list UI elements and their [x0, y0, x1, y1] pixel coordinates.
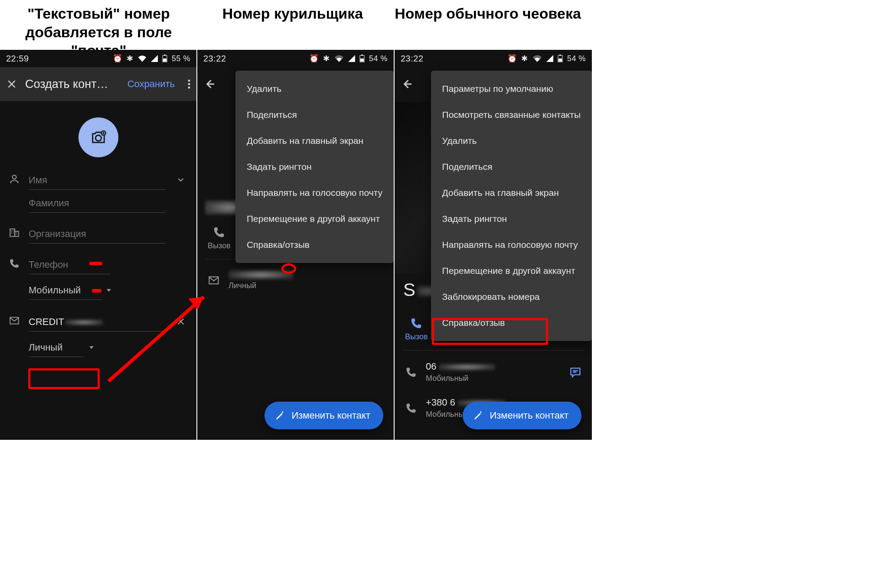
chevron-down-icon[interactable] — [173, 175, 189, 190]
bluetooth-icon: ✱ — [323, 54, 330, 63]
dropdown-arrow-icon — [88, 344, 95, 351]
screenshot-create-contact: 22:59 ⏰ ✱ 55 % Создать конт… Сохранить — [0, 50, 197, 440]
name-field[interactable] — [29, 170, 165, 190]
email-value-redacted — [229, 270, 294, 279]
menu-delete[interactable]: Удалить — [235, 76, 394, 102]
clear-icon[interactable] — [173, 317, 189, 331]
battery-percent: 54 % — [567, 54, 586, 63]
edit-contact-fab[interactable]: Изменить контакт — [463, 402, 581, 429]
status-bar: 22:59 ⏰ ✱ 55 % — [0, 50, 196, 67]
email-field[interactable]: CREDIT — [29, 312, 165, 331]
menu-help[interactable]: Справка/отзыв — [235, 232, 394, 258]
status-time: 22:59 — [6, 54, 29, 64]
building-icon — [8, 227, 21, 244]
email-type: Личный — [229, 281, 294, 290]
phone-icon — [405, 366, 417, 378]
status-bar: 23:22 ⏰ ✱ 54 % — [395, 50, 592, 67]
overflow-menu: Удалить Поделиться Добавить на главный э… — [235, 71, 394, 263]
bluetooth-icon: ✱ — [521, 54, 528, 63]
phone-type: Мобильный — [426, 374, 561, 383]
email-row[interactable]: Личный — [205, 263, 386, 297]
menu-help[interactable]: Справка/отзыв — [431, 310, 592, 336]
app-bar: Создать конт… Сохранить — [0, 67, 196, 101]
mail-icon — [208, 274, 220, 286]
edit-contact-fab[interactable]: Изменить контакт — [264, 402, 383, 429]
battery-icon — [359, 55, 365, 62]
menu-share[interactable]: Поделиться — [235, 102, 394, 128]
menu-add-home[interactable]: Добавить на главный экран — [431, 180, 592, 206]
wifi-icon — [138, 55, 147, 62]
phone-icon — [405, 402, 417, 414]
menu-defaults[interactable]: Параметры по умолчанию — [431, 76, 592, 102]
dropdown-arrow-icon — [106, 287, 112, 293]
back-icon[interactable] — [203, 78, 216, 91]
call-action[interactable]: Вызов — [208, 226, 231, 250]
app-title: Создать конт… — [25, 78, 120, 91]
svg-point-5 — [188, 87, 190, 89]
surname-field[interactable] — [29, 193, 165, 213]
battery-percent: 55 % — [172, 54, 190, 63]
menu-move-account[interactable]: Перемещение в другой аккаунт — [431, 258, 592, 284]
svg-point-4 — [188, 83, 190, 85]
screenshot-normal-contact: 23:22 ⏰ ✱ 54 % S Вызов — [395, 50, 592, 440]
status-bar: 23:22 ⏰ ✱ 54 % — [197, 50, 394, 67]
email-type-dropdown[interactable]: Личный — [0, 335, 196, 361]
menu-add-home[interactable]: Добавить на главный экран — [235, 128, 394, 154]
status-time: 23:22 — [203, 54, 226, 64]
svg-rect-1 — [164, 55, 166, 55]
org-field[interactable] — [29, 224, 165, 244]
overflow-icon[interactable] — [188, 79, 190, 89]
svg-rect-18 — [558, 58, 562, 62]
alarm-icon: ⏰ — [309, 54, 319, 63]
svg-point-6 — [95, 135, 101, 141]
phone-row-1[interactable]: 06 Мобильный — [402, 354, 584, 390]
menu-delete[interactable]: Удалить — [431, 128, 592, 154]
battery-icon — [162, 55, 167, 62]
battery-percent: 54 % — [369, 54, 388, 63]
wifi-icon — [334, 55, 344, 62]
caption-2: Номер курильщика — [197, 4, 388, 23]
back-icon[interactable] — [401, 78, 414, 91]
svg-point-8 — [13, 175, 16, 179]
cell-icon — [546, 55, 553, 62]
mail-icon — [8, 315, 21, 331]
person-icon — [8, 173, 21, 190]
phone-type-dropdown[interactable]: Мобильный — [0, 278, 196, 303]
screenshot-text-number-contact: 23:22 ⏰ ✱ 54 % Вызов — [197, 50, 395, 440]
menu-linked-contacts[interactable]: Посмотреть связанные контакты — [431, 102, 592, 128]
cell-icon — [151, 55, 158, 62]
menu-voicemail[interactable]: Направлять на голосовую почту — [235, 180, 394, 206]
svg-point-3 — [188, 80, 190, 82]
add-photo-button[interactable] — [78, 117, 118, 157]
call-action[interactable]: Вызов — [405, 317, 428, 341]
cell-icon — [348, 55, 355, 62]
menu-ringtone[interactable]: Задать рингтон — [431, 206, 592, 232]
close-icon[interactable] — [6, 78, 17, 90]
alarm-icon: ⏰ — [113, 54, 123, 63]
status-time: 23:22 — [401, 54, 424, 64]
annotation-scribble — [89, 262, 102, 265]
menu-ringtone[interactable]: Задать рингтон — [235, 154, 394, 180]
phone-icon — [8, 258, 21, 274]
message-icon[interactable] — [569, 366, 581, 378]
caption-3: Номер обычного чеовека — [388, 4, 588, 23]
svg-rect-14 — [360, 58, 364, 62]
svg-rect-17 — [559, 55, 561, 55]
battery-icon — [558, 55, 563, 62]
menu-block-numbers[interactable]: Заблокировать номера — [431, 284, 592, 310]
pencil-icon — [473, 410, 483, 421]
overflow-menu: Параметры по умолчанию Посмотреть связан… — [431, 71, 592, 341]
menu-voicemail[interactable]: Направлять на голосовую почту — [431, 232, 592, 258]
menu-share[interactable]: Поделиться — [431, 154, 592, 180]
svg-rect-2 — [163, 58, 166, 62]
bluetooth-icon: ✱ — [127, 54, 134, 63]
menu-move-account[interactable]: Перемещение в другой аккаунт — [235, 206, 394, 232]
wifi-icon — [532, 55, 542, 62]
svg-rect-9 — [10, 229, 15, 236]
annotation-scribble — [92, 289, 101, 292]
svg-rect-13 — [361, 55, 363, 55]
alarm-icon: ⏰ — [507, 54, 517, 63]
save-button[interactable]: Сохранить — [127, 78, 175, 90]
pencil-icon — [275, 410, 285, 421]
